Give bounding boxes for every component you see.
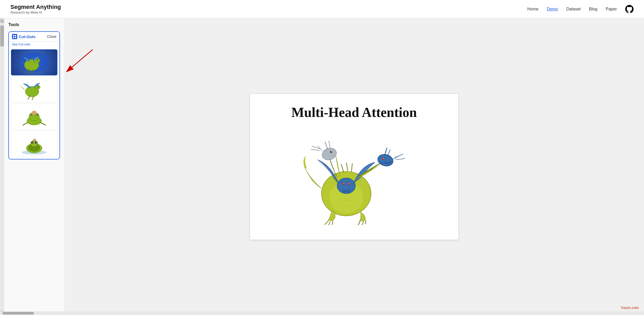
- svg-point-43: [383, 158, 384, 159]
- svg-rect-5: [15, 37, 16, 38]
- main-layout: ▲ ▼ Tools: [0, 18, 644, 315]
- main-nav: Home Demo Dataset Blog Paper: [527, 5, 634, 13]
- svg-point-38: [320, 146, 338, 162]
- dragon-2-svg: [19, 79, 50, 101]
- cutouts-button[interactable]: Cut-Outs: [12, 34, 35, 39]
- sidebar: Tools: [4, 18, 64, 315]
- svg-rect-2: [13, 35, 14, 36]
- scroll-up-btn[interactable]: ▲: [0, 19, 4, 23]
- github-icon[interactable]: [625, 5, 634, 13]
- tools-header: Cut-Outs Close: [9, 32, 59, 41]
- site-title: Segment Anything: [10, 4, 61, 10]
- svg-rect-4: [13, 37, 14, 38]
- tools-panel: Cut-Outs Close See Cut-outs: [8, 31, 60, 159]
- cutout-list: [9, 48, 59, 159]
- dragon-1-bg: [11, 50, 57, 75]
- left-scrollbar[interactable]: ▲ ▼: [0, 18, 4, 315]
- site-subtitle: Research by Meta AI: [10, 10, 61, 14]
- nav-paper[interactable]: Paper: [606, 7, 617, 11]
- svg-rect-3: [15, 35, 16, 36]
- watermark: Yuucn.com: [621, 306, 639, 310]
- svg-point-30: [33, 139, 36, 141]
- bottom-scrollbar[interactable]: [0, 311, 644, 315]
- see-cutouts-link[interactable]: See Cut-outs: [9, 41, 59, 48]
- cutout-item-1[interactable]: [11, 49, 57, 75]
- svg-point-9: [37, 59, 38, 61]
- cutouts-label: Cut-Outs: [19, 34, 35, 39]
- multi-head-dragon-svg: [291, 131, 417, 225]
- svg-point-28: [32, 142, 33, 143]
- bottom-scroll-thumb[interactable]: [3, 312, 34, 314]
- svg-point-10: [38, 60, 38, 60]
- content-area: Multi-Head Attention: [64, 18, 644, 315]
- paper-title: Multi-Head Attention: [291, 104, 417, 121]
- svg-point-40: [331, 151, 332, 152]
- nav-demo[interactable]: Demo: [547, 7, 558, 11]
- nav-blog[interactable]: Blog: [589, 7, 597, 11]
- cutout-item-3[interactable]: [11, 104, 57, 130]
- svg-point-36: [344, 183, 344, 184]
- scroll-track: [0, 23, 4, 311]
- brand: Segment Anything Research by Meta AI: [10, 4, 61, 14]
- paper-card: Multi-Head Attention: [250, 94, 458, 240]
- nav-dataset[interactable]: Dataset: [566, 7, 581, 11]
- svg-point-37: [349, 183, 350, 184]
- nav-home[interactable]: Home: [527, 7, 539, 11]
- svg-point-13: [38, 86, 39, 87]
- header: Segment Anything Research by Meta AI Hom…: [0, 0, 644, 18]
- cutouts-icon: [12, 34, 17, 39]
- cutout-item-4[interactable]: [11, 131, 57, 157]
- svg-point-41: [376, 153, 394, 168]
- frog-svg: [20, 106, 49, 128]
- cutout-item-2[interactable]: [11, 76, 57, 103]
- tools-label: Tools: [8, 22, 60, 27]
- dragon-1-svg: [17, 51, 51, 74]
- close-button[interactable]: Close: [47, 34, 56, 39]
- svg-point-29: [36, 142, 37, 143]
- svg-point-21: [32, 111, 37, 114]
- svg-point-33: [337, 178, 355, 194]
- scroll-thumb[interactable]: [0, 26, 4, 46]
- dragon-illustration: [266, 131, 443, 225]
- frog-water-svg: [19, 132, 50, 156]
